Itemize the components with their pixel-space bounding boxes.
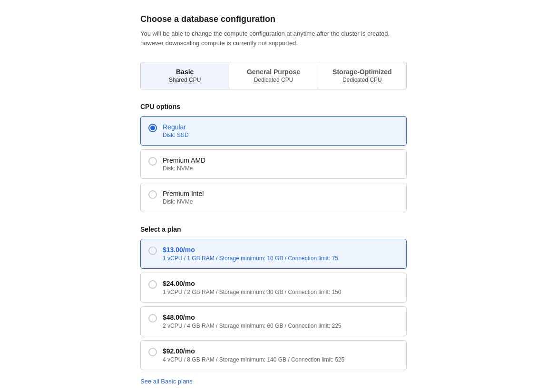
plan-24-price: $24.00/mo <box>163 280 341 287</box>
plan-92-content: $92.00/mo 4 vCPU / 8 GB RAM / Storage mi… <box>163 347 344 363</box>
radio-regular <box>148 124 157 132</box>
cpu-intel-detail: Disk: NVMe <box>163 198 204 205</box>
plan-48-specs: 2 vCPU / 4 GB RAM / Storage minimum: 60 … <box>163 323 341 329</box>
plan-options-group: Select a plan $13.00/mo 1 vCPU / 1 GB RA… <box>140 225 407 385</box>
plan-card-92[interactable]: $92.00/mo 4 vCPU / 8 GB RAM / Storage mi… <box>140 340 407 370</box>
plan-section-label: Select a plan <box>140 225 407 233</box>
cpu-section-label: CPU options <box>140 103 407 110</box>
plan-13-specs: 1 vCPU / 1 GB RAM / Storage minimum: 10 … <box>163 255 338 262</box>
tab-gp-title: General Purpose <box>234 68 313 76</box>
cpu-options-group: CPU options Regular Disk: SSD Premium AM… <box>140 103 407 212</box>
cpu-intel-name: Premium Intel <box>163 190 204 197</box>
tab-basic-subtitle: Shared CPU <box>146 77 224 83</box>
main-content: Choose a database configuration You will… <box>140 10 407 385</box>
page-container: Choose a database configuration You will… <box>0 10 547 385</box>
tabs-container: Basic Shared CPU General Purpose Dedicat… <box>140 62 407 89</box>
tab-gp-subtitle: Dedicated CPU <box>234 77 313 83</box>
plan-13-price: $13.00/mo <box>163 246 338 254</box>
tab-storage-optimized[interactable]: Storage-Optimized Dedicated CPU <box>318 62 406 89</box>
cpu-option-regular[interactable]: Regular Disk: SSD <box>140 116 407 146</box>
cpu-regular-name: Regular <box>163 123 189 131</box>
tab-so-title: Storage-Optimized <box>323 68 401 76</box>
cpu-option-premium-intel[interactable]: Premium Intel Disk: NVMe <box>140 183 407 212</box>
plan-48-price: $48.00/mo <box>163 314 341 321</box>
plan-card-24[interactable]: $24.00/mo 1 vCPU / 2 GB RAM / Storage mi… <box>140 273 407 303</box>
plan-92-specs: 4 vCPU / 8 GB RAM / Storage minimum: 140… <box>163 356 344 363</box>
plan-92-price: $92.00/mo <box>163 347 344 355</box>
radio-plan-13 <box>148 246 157 255</box>
plan-48-content: $48.00/mo 2 vCPU / 4 GB RAM / Storage mi… <box>163 314 341 329</box>
page-description: You will be able to change the compute c… <box>140 29 407 48</box>
radio-plan-92 <box>148 348 157 356</box>
plan-24-specs: 1 vCPU / 2 GB RAM / Storage minimum: 30 … <box>163 289 341 295</box>
page-title: Choose a database configuration <box>140 14 407 24</box>
radio-premium-intel <box>148 190 157 199</box>
cpu-regular-detail: Disk: SSD <box>163 132 189 138</box>
radio-premium-amd <box>148 157 157 166</box>
tab-so-subtitle: Dedicated CPU <box>323 77 401 83</box>
tab-basic[interactable]: Basic Shared CPU <box>141 62 229 89</box>
cpu-amd-detail: Disk: NVMe <box>163 165 205 172</box>
cpu-regular-content: Regular Disk: SSD <box>163 123 189 138</box>
radio-regular-inner <box>150 126 155 130</box>
tab-basic-title: Basic <box>146 68 224 76</box>
radio-plan-24 <box>148 280 157 289</box>
cpu-amd-content: Premium AMD Disk: NVMe <box>163 157 205 172</box>
cpu-option-premium-amd[interactable]: Premium AMD Disk: NVMe <box>140 149 407 179</box>
plan-13-content: $13.00/mo 1 vCPU / 1 GB RAM / Storage mi… <box>163 246 338 262</box>
plan-card-13[interactable]: $13.00/mo 1 vCPU / 1 GB RAM / Storage mi… <box>140 239 407 269</box>
cpu-amd-name: Premium AMD <box>163 157 205 164</box>
radio-plan-48 <box>148 314 157 323</box>
cpu-intel-content: Premium Intel Disk: NVMe <box>163 190 204 205</box>
tab-general-purpose[interactable]: General Purpose Dedicated CPU <box>229 62 318 89</box>
see-all-plans-link[interactable]: See all Basic plans <box>140 378 193 385</box>
plan-card-48[interactable]: $48.00/mo 2 vCPU / 4 GB RAM / Storage mi… <box>140 306 407 336</box>
plan-24-content: $24.00/mo 1 vCPU / 2 GB RAM / Storage mi… <box>163 280 341 295</box>
